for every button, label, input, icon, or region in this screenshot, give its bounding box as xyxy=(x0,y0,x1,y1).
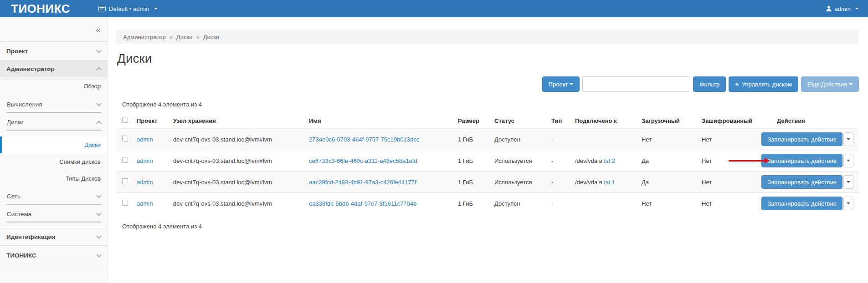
sidebar-group-network[interactable]: Сеть xyxy=(6,193,101,205)
column-header-name[interactable]: Имя xyxy=(309,114,458,129)
schedule-action-button[interactable]: Запланировать действие xyxy=(761,132,842,146)
volume-name-link[interactable]: ea336fde-5bdb-4daf-97e7-3f1611c7704b xyxy=(309,200,416,207)
type-cell: - xyxy=(551,129,575,150)
page-title: Диски xyxy=(117,52,859,66)
project-link[interactable]: admin xyxy=(137,200,153,207)
column-header-bootable[interactable]: Загрузочный xyxy=(642,114,702,129)
type-cell: - xyxy=(551,150,575,172)
bootable-cell: Да xyxy=(642,150,702,172)
row-actions-dropdown[interactable] xyxy=(843,175,853,189)
project-link[interactable]: admin xyxy=(137,179,153,186)
brand-logo[interactable]: ТИОНИКС xyxy=(11,2,70,16)
row-actions-dropdown[interactable] xyxy=(843,197,853,210)
items-count-bottom: Отображено 4 элемента из 4 xyxy=(122,223,859,230)
bootable-cell: Да xyxy=(642,172,702,193)
table-row: admin dev-cnt7q-ovs-03.stand.loc@lvm#lvm… xyxy=(116,150,859,172)
chevron-up-icon xyxy=(96,67,101,72)
chevron-down-icon xyxy=(847,138,850,140)
attached-to-cell: /dev/vda в tst 1 xyxy=(575,172,642,193)
schedule-action-button[interactable]: Запланировать действие xyxy=(761,175,842,189)
attached-to-cell xyxy=(575,129,642,150)
schedule-action-button[interactable]: Запланировать действие xyxy=(761,197,842,210)
chevron-down-icon xyxy=(847,202,850,204)
attached-to-cell: /dev/vda в tst 2 xyxy=(575,150,642,172)
column-header-size[interactable]: Размер xyxy=(458,114,494,129)
chevron-up-icon xyxy=(96,121,101,126)
status-cell: Доступен xyxy=(494,193,551,214)
column-header-status[interactable]: Статус xyxy=(494,114,551,129)
main-content: Администратор » Диски » Диски Диски Прое… xyxy=(108,17,868,283)
sidebar-item-overview[interactable]: Обзор xyxy=(0,77,108,95)
more-actions-dropdown[interactable]: Еще Действия xyxy=(801,76,859,92)
volume-name-link[interactable]: 2734e0c6-0703-464f-9757-75c19b013dcc xyxy=(309,136,419,143)
sidebar-item-volumes[interactable]: Диски xyxy=(0,136,108,153)
volumes-table: Проект Узел хранения Имя Размер Статус Т… xyxy=(116,114,859,214)
sidebar-collapse[interactable]: « xyxy=(0,17,108,42)
sidebar-group-compute[interactable]: Вычисления xyxy=(6,101,101,113)
chevron-down-icon xyxy=(96,252,101,257)
project-filter-dropdown[interactable]: Проект xyxy=(542,76,580,92)
filter-button[interactable]: Фильтр xyxy=(693,76,726,92)
breadcrumb-item-volumes-panel[interactable]: Диски xyxy=(176,34,193,40)
user-menu[interactable]: admin xyxy=(826,5,859,12)
chevron-down-icon xyxy=(96,193,101,198)
breadcrumb: Администратор » Диски » Диски xyxy=(116,30,859,44)
column-header-type[interactable]: Тип xyxy=(551,114,575,129)
table-header-row: Проект Узел хранения Имя Размер Статус Т… xyxy=(116,114,859,129)
column-header-project[interactable]: Проект xyxy=(137,114,173,129)
manage-volume-button[interactable]: + Управлять диском xyxy=(729,76,798,92)
chevron-down-icon xyxy=(96,211,101,216)
context-switcher-label: Default • admin xyxy=(109,5,149,12)
sidebar-group-system[interactable]: Система xyxy=(6,211,101,222)
context-switcher[interactable]: Default • admin xyxy=(98,5,158,12)
type-cell: - xyxy=(551,172,575,193)
chevron-down-icon xyxy=(96,101,101,106)
volume-name-link[interactable]: ce6733c3-66fe-460c-a311-a43ec58a1efd xyxy=(309,157,417,164)
project-link[interactable]: admin xyxy=(137,157,153,164)
column-header-attached-to[interactable]: Подключено к xyxy=(575,114,642,129)
sidebar-item-tionix[interactable]: ТИОНИКС xyxy=(0,246,108,265)
host-cell: dev-cnt7q-ovs-03.stand.loc@lvm#lvm xyxy=(173,193,309,214)
host-cell: dev-cnt7q-ovs-03.stand.loc@lvm#lvm xyxy=(173,129,309,150)
host-cell: dev-cnt7q-ovs-03.stand.loc@lvm#lvm xyxy=(173,172,309,193)
chevron-down-icon xyxy=(847,160,850,162)
sidebar-item-project[interactable]: Проект xyxy=(0,42,108,61)
search-input[interactable] xyxy=(582,76,690,92)
row-actions-dropdown[interactable] xyxy=(843,132,853,146)
breadcrumb-item-admin[interactable]: Администратор xyxy=(123,34,166,40)
column-header-encrypted[interactable]: Зашифрованный xyxy=(702,114,777,129)
type-cell: - xyxy=(551,193,575,214)
volume-name-link[interactable]: aac39fcd-2493-4b91-97a3-c426fe44177f xyxy=(309,179,416,186)
host-cell: dev-cnt7q-ovs-03.stand.loc@lvm#lvm xyxy=(173,150,309,172)
instance-link[interactable]: tst 1 xyxy=(604,179,615,186)
status-cell: Используется xyxy=(494,150,551,172)
table-toolbar: Проект Фильтр + Управлять диском Еще Дей… xyxy=(116,76,859,92)
user-menu-label: admin xyxy=(835,5,851,12)
status-cell: Используется xyxy=(494,172,551,193)
sidebar-item-snapshots[interactable]: Снимки дисков xyxy=(0,153,108,170)
select-all-checkbox[interactable] xyxy=(122,117,128,123)
column-header-host[interactable]: Узел хранения xyxy=(173,114,309,129)
row-checkbox[interactable] xyxy=(122,157,128,163)
chevron-down-icon xyxy=(849,83,853,85)
sidebar-item-volume-types[interactable]: Типы Дисков xyxy=(0,170,108,187)
breadcrumb-separator: » xyxy=(169,34,173,40)
chevron-down-icon xyxy=(847,181,850,183)
bootable-cell: Нет xyxy=(642,193,702,214)
sidebar-group-volumes[interactable]: Диски xyxy=(6,119,101,131)
row-actions-dropdown[interactable] xyxy=(843,154,853,167)
chevron-down-icon xyxy=(96,48,101,53)
status-cell: Доступен xyxy=(494,129,551,150)
chevron-down-icon xyxy=(154,8,158,10)
size-cell: 1 ГиБ xyxy=(458,150,494,172)
instance-link[interactable]: tst 2 xyxy=(604,157,615,164)
sidebar-item-admin[interactable]: Администратор xyxy=(0,61,108,77)
attached-to-cell xyxy=(575,193,642,214)
table-row: admin dev-cnt7q-ovs-03.stand.loc@lvm#lvm… xyxy=(116,129,859,150)
schedule-action-button[interactable]: Запланировать действие xyxy=(761,154,842,167)
row-checkbox[interactable] xyxy=(122,136,128,142)
row-checkbox[interactable] xyxy=(122,200,128,206)
project-link[interactable]: admin xyxy=(137,136,153,143)
row-checkbox[interactable] xyxy=(122,178,128,184)
sidebar-item-identity[interactable]: Идентификация xyxy=(0,228,108,246)
